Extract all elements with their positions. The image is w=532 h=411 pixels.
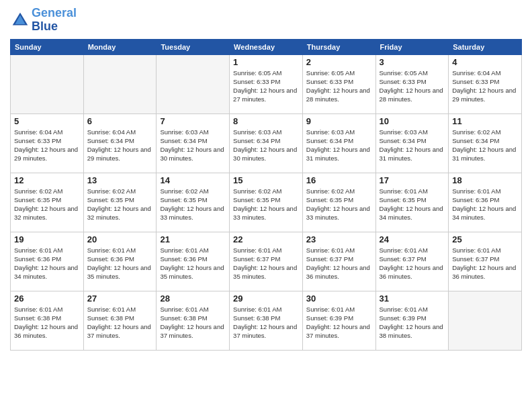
- calendar-cell: 23Sunrise: 6:01 AMSunset: 6:37 PMDayligh…: [302, 232, 375, 291]
- day-info: Sunrise: 6:04 AMSunset: 6:34 PMDaylight:…: [87, 128, 153, 163]
- calendar-cell: 10Sunrise: 6:03 AMSunset: 6:34 PMDayligh…: [375, 113, 449, 173]
- logo-text: General Blue: [32, 7, 77, 34]
- day-info: Sunrise: 6:01 AMSunset: 6:37 PMDaylight:…: [452, 246, 518, 281]
- calendar-cell: 26Sunrise: 6:01 AMSunset: 6:38 PMDayligh…: [11, 291, 84, 350]
- day-info: Sunrise: 6:04 AMSunset: 6:33 PMDaylight:…: [14, 128, 80, 163]
- calendar-cell: [449, 291, 522, 350]
- calendar-header-thursday: Thursday: [302, 39, 375, 54]
- page: General Blue SundayMondayTuesdayWednesda…: [0, 0, 532, 411]
- day-number: 15: [233, 175, 299, 185]
- day-info: Sunrise: 6:02 AMSunset: 6:35 PMDaylight:…: [160, 187, 226, 222]
- day-number: 25: [452, 234, 518, 244]
- calendar-header-tuesday: Tuesday: [157, 39, 230, 54]
- calendar-header-wednesday: Wednesday: [230, 39, 303, 54]
- calendar-cell: 3Sunrise: 6:05 AMSunset: 6:33 PMDaylight…: [375, 54, 449, 113]
- calendar-cell: 8Sunrise: 6:03 AMSunset: 6:34 PMDaylight…: [230, 113, 303, 173]
- calendar-cell: 24Sunrise: 6:01 AMSunset: 6:37 PMDayligh…: [375, 232, 449, 291]
- calendar-cell: [157, 54, 230, 113]
- calendar-cell: 29Sunrise: 6:01 AMSunset: 6:38 PMDayligh…: [230, 291, 303, 350]
- calendar-header-monday: Monday: [83, 39, 157, 54]
- logo: General Blue: [10, 7, 77, 34]
- calendar-cell: 4Sunrise: 6:04 AMSunset: 6:33 PMDaylight…: [449, 54, 522, 113]
- day-number: 21: [160, 234, 226, 244]
- calendar-cell: 31Sunrise: 6:01 AMSunset: 6:39 PMDayligh…: [375, 291, 449, 350]
- day-number: 17: [380, 175, 445, 185]
- day-number: 16: [306, 175, 372, 185]
- day-info: Sunrise: 6:02 AMSunset: 6:35 PMDaylight:…: [14, 187, 80, 222]
- day-info: Sunrise: 6:01 AMSunset: 6:36 PMDaylight:…: [452, 187, 518, 222]
- day-number: 5: [14, 116, 80, 126]
- calendar-header-row: SundayMondayTuesdayWednesdayThursdayFrid…: [11, 39, 522, 54]
- day-number: 6: [87, 116, 153, 126]
- calendar-cell: 20Sunrise: 6:01 AMSunset: 6:36 PMDayligh…: [83, 232, 157, 291]
- day-number: 20: [87, 234, 153, 244]
- calendar-cell: 15Sunrise: 6:02 AMSunset: 6:35 PMDayligh…: [230, 173, 303, 232]
- day-info: Sunrise: 6:02 AMSunset: 6:35 PMDaylight:…: [233, 187, 299, 222]
- calendar-cell: 7Sunrise: 6:03 AMSunset: 6:34 PMDaylight…: [157, 113, 230, 173]
- day-info: Sunrise: 6:01 AMSunset: 6:38 PMDaylight:…: [160, 305, 226, 340]
- day-number: 13: [87, 175, 153, 185]
- calendar-header-sunday: Sunday: [11, 39, 84, 54]
- day-number: 4: [452, 57, 518, 67]
- calendar-cell: 9Sunrise: 6:03 AMSunset: 6:34 PMDaylight…: [302, 113, 375, 173]
- day-info: Sunrise: 6:01 AMSunset: 6:37 PMDaylight:…: [380, 246, 445, 281]
- calendar-cell: 19Sunrise: 6:01 AMSunset: 6:36 PMDayligh…: [11, 232, 84, 291]
- day-info: Sunrise: 6:01 AMSunset: 6:36 PMDaylight:…: [160, 246, 226, 281]
- day-info: Sunrise: 6:03 AMSunset: 6:34 PMDaylight:…: [306, 128, 372, 163]
- day-number: 26: [14, 293, 80, 304]
- calendar-cell: 14Sunrise: 6:02 AMSunset: 6:35 PMDayligh…: [157, 173, 230, 232]
- calendar-cell: 30Sunrise: 6:01 AMSunset: 6:39 PMDayligh…: [302, 291, 375, 350]
- day-info: Sunrise: 6:05 AMSunset: 6:33 PMDaylight:…: [380, 68, 445, 104]
- calendar-cell: 5Sunrise: 6:04 AMSunset: 6:33 PMDaylight…: [11, 113, 84, 173]
- calendar-week-3: 19Sunrise: 6:01 AMSunset: 6:36 PMDayligh…: [11, 232, 522, 291]
- day-info: Sunrise: 6:01 AMSunset: 6:38 PMDaylight:…: [233, 305, 299, 340]
- calendar-cell: 12Sunrise: 6:02 AMSunset: 6:35 PMDayligh…: [11, 173, 84, 232]
- calendar-header-saturday: Saturday: [449, 39, 522, 54]
- calendar-cell: 16Sunrise: 6:02 AMSunset: 6:35 PMDayligh…: [302, 173, 375, 232]
- day-number: 23: [306, 234, 372, 244]
- day-info: Sunrise: 6:03 AMSunset: 6:34 PMDaylight:…: [160, 128, 226, 163]
- calendar-week-1: 5Sunrise: 6:04 AMSunset: 6:33 PMDaylight…: [11, 113, 522, 173]
- day-number: 28: [160, 293, 226, 304]
- calendar-week-0: 1Sunrise: 6:05 AMSunset: 6:33 PMDaylight…: [11, 54, 522, 113]
- day-number: 18: [452, 175, 518, 185]
- calendar-cell: 18Sunrise: 6:01 AMSunset: 6:36 PMDayligh…: [449, 173, 522, 232]
- day-number: 14: [160, 175, 226, 185]
- day-number: 12: [14, 175, 80, 185]
- day-number: 31: [380, 293, 445, 304]
- day-number: 24: [380, 234, 445, 244]
- day-number: 27: [87, 293, 153, 304]
- calendar-cell: 21Sunrise: 6:01 AMSunset: 6:36 PMDayligh…: [157, 232, 230, 291]
- day-info: Sunrise: 6:01 AMSunset: 6:38 PMDaylight:…: [87, 305, 153, 340]
- day-info: Sunrise: 6:01 AMSunset: 6:38 PMDaylight:…: [14, 305, 80, 340]
- day-info: Sunrise: 6:01 AMSunset: 6:37 PMDaylight:…: [306, 246, 372, 281]
- calendar: SundayMondayTuesdayWednesdayThursdayFrid…: [10, 39, 522, 351]
- day-number: 22: [233, 234, 299, 244]
- day-info: Sunrise: 6:01 AMSunset: 6:37 PMDaylight:…: [233, 246, 299, 281]
- day-number: 8: [233, 116, 299, 126]
- day-info: Sunrise: 6:01 AMSunset: 6:39 PMDaylight:…: [380, 305, 445, 340]
- calendar-cell: 22Sunrise: 6:01 AMSunset: 6:37 PMDayligh…: [230, 232, 303, 291]
- day-number: 9: [306, 116, 372, 126]
- day-info: Sunrise: 6:01 AMSunset: 6:36 PMDaylight:…: [87, 246, 153, 281]
- calendar-week-2: 12Sunrise: 6:02 AMSunset: 6:35 PMDayligh…: [11, 173, 522, 232]
- calendar-cell: 11Sunrise: 6:02 AMSunset: 6:34 PMDayligh…: [449, 113, 522, 173]
- calendar-cell: 17Sunrise: 6:01 AMSunset: 6:35 PMDayligh…: [375, 173, 449, 232]
- day-info: Sunrise: 6:03 AMSunset: 6:34 PMDaylight:…: [380, 128, 445, 163]
- calendar-cell: 2Sunrise: 6:05 AMSunset: 6:33 PMDaylight…: [302, 54, 375, 113]
- day-info: Sunrise: 6:01 AMSunset: 6:36 PMDaylight:…: [14, 246, 80, 281]
- day-info: Sunrise: 6:02 AMSunset: 6:35 PMDaylight:…: [306, 187, 372, 222]
- calendar-header-friday: Friday: [375, 39, 449, 54]
- calendar-cell: 1Sunrise: 6:05 AMSunset: 6:33 PMDaylight…: [230, 54, 303, 113]
- day-number: 29: [233, 293, 299, 304]
- day-number: 10: [380, 116, 445, 126]
- day-info: Sunrise: 6:05 AMSunset: 6:33 PMDaylight:…: [233, 68, 299, 104]
- day-number: 19: [14, 234, 80, 244]
- day-info: Sunrise: 6:02 AMSunset: 6:35 PMDaylight:…: [87, 187, 153, 222]
- day-number: 1: [233, 57, 299, 67]
- day-number: 3: [380, 57, 445, 67]
- day-info: Sunrise: 6:03 AMSunset: 6:34 PMDaylight:…: [233, 128, 299, 163]
- calendar-cell: [11, 54, 84, 113]
- day-info: Sunrise: 6:05 AMSunset: 6:33 PMDaylight:…: [306, 68, 372, 104]
- day-info: Sunrise: 6:02 AMSunset: 6:34 PMDaylight:…: [452, 128, 518, 163]
